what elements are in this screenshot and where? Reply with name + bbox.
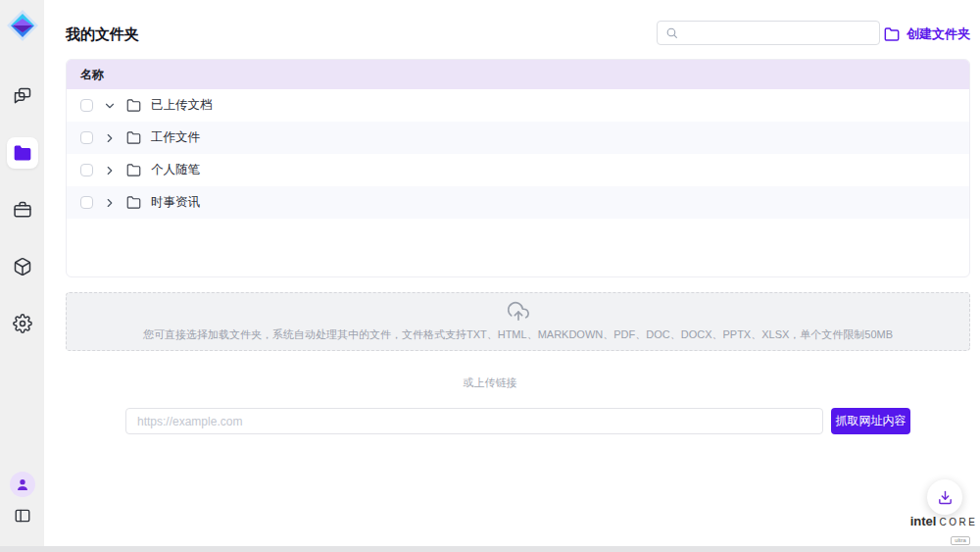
- sidebar-item-models[interactable]: [7, 251, 38, 282]
- folder-name[interactable]: 工作文件: [151, 129, 200, 146]
- row-checkbox[interactable]: [80, 164, 93, 176]
- row-checkbox[interactable]: [80, 131, 93, 144]
- sidebar-item-workspace[interactable]: [7, 194, 38, 226]
- cube-icon: [13, 257, 32, 276]
- url-input[interactable]: [125, 408, 823, 434]
- table-row[interactable]: 个人随笔: [67, 154, 969, 186]
- folder-name[interactable]: 个人随笔: [151, 162, 200, 178]
- chevron-right-icon[interactable]: [103, 196, 117, 210]
- sidebar-item-settings[interactable]: [7, 308, 38, 339]
- table-row[interactable]: 已上传文档: [67, 89, 969, 122]
- folder-icon: [126, 98, 141, 113]
- sidebar-nav: [7, 80, 38, 339]
- table-header-row: 名称: [67, 60, 969, 89]
- user-avatar[interactable]: [10, 472, 35, 497]
- panel-toggle-icon: [14, 507, 31, 525]
- chat-icon: [13, 86, 32, 106]
- table-row[interactable]: 时事资讯: [67, 186, 969, 219]
- chevron-down-icon[interactable]: [103, 99, 117, 113]
- search-box[interactable]: [657, 21, 880, 45]
- page-title: 我的文件夹: [66, 25, 139, 44]
- briefcase-icon: [13, 200, 32, 220]
- folder-icon: [126, 195, 141, 210]
- name-column-header: 名称: [80, 67, 104, 83]
- sidebar: [0, 0, 44, 546]
- folder-name[interactable]: 已上传文档: [151, 97, 213, 114]
- row-checkbox[interactable]: [80, 196, 93, 209]
- download-fab-button[interactable]: [927, 479, 962, 515]
- intel-core-logo: intel core ultra: [911, 514, 976, 546]
- folder-plus-icon: [884, 26, 900, 42]
- create-folder-label: 创建文件夹: [906, 25, 970, 43]
- or-upload-link-label: 或上传链接: [0, 376, 980, 390]
- panel-toggle[interactable]: [14, 507, 31, 525]
- chevron-right-icon[interactable]: [103, 131, 117, 145]
- intel-brand-name: intel: [910, 514, 937, 528]
- chevron-right-icon[interactable]: [103, 164, 117, 177]
- app-logo-icon[interactable]: [5, 8, 40, 43]
- folder-name[interactable]: 时事资讯: [151, 194, 200, 211]
- folder-icon: [126, 163, 141, 177]
- upload-dropzone[interactable]: 您可直接选择加载文件夹，系统自动处理其中的文件，文件格式支持TXT、HTML、M…: [66, 292, 970, 351]
- create-folder-button[interactable]: 创建文件夹: [884, 25, 970, 43]
- user-avatar-icon: [15, 477, 30, 492]
- upload-cloud-icon: [508, 301, 529, 323]
- download-icon: [937, 489, 954, 506]
- folder-icon: [126, 130, 141, 145]
- intel-brand-series: core: [939, 517, 977, 527]
- sidebar-item-chat[interactable]: [7, 80, 38, 112]
- bottom-edge-bar: [0, 546, 980, 552]
- sidebar-item-folders[interactable]: [7, 137, 38, 169]
- upload-description: 您可直接选择加载文件夹，系统自动处理其中的文件，文件格式支持TXT、HTML、M…: [143, 327, 893, 342]
- table-row[interactable]: 工作文件: [67, 122, 969, 154]
- settings-icon: [13, 314, 32, 333]
- row-checkbox[interactable]: [80, 99, 93, 112]
- search-input[interactable]: [684, 26, 871, 40]
- folder-icon: [13, 143, 32, 163]
- fetch-url-button[interactable]: 抓取网址内容: [831, 408, 910, 434]
- intel-brand-tier-badge: ultra: [951, 536, 970, 545]
- sidebar-bottom: [10, 472, 35, 525]
- folder-table: 名称 已上传文档 工作文件 个人随笔 时事资讯: [66, 59, 970, 277]
- search-icon: [665, 26, 678, 39]
